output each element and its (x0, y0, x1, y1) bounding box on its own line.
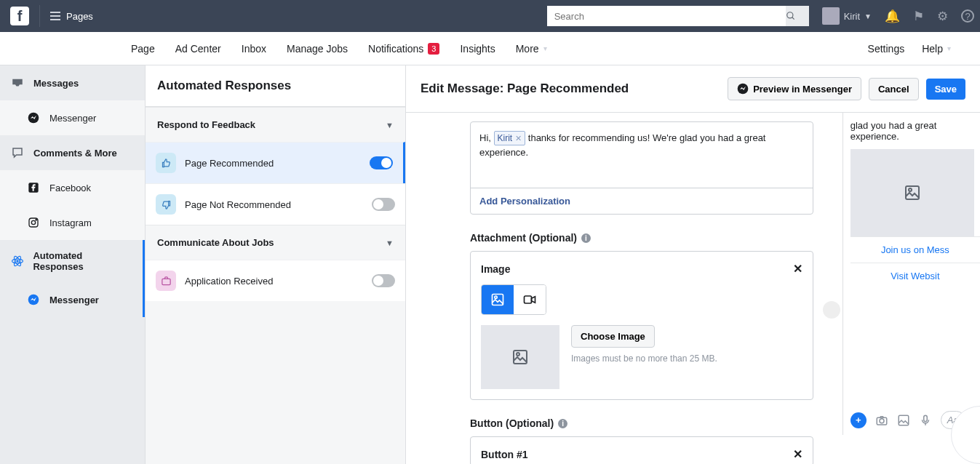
avatar (822, 7, 840, 25)
ar-label: Application Received (185, 276, 363, 287)
automated-responses-panel: Automated Responses Respond to Feedback … (146, 65, 406, 464)
global-search (547, 6, 809, 26)
toggle-page-recommended[interactable] (370, 156, 393, 169)
message-text[interactable]: Hi, Kirit✕ thanks for recommending us! W… (471, 122, 813, 188)
close-icon[interactable]: ✕ (793, 447, 802, 461)
editor-header: Edit Message: Page Recommended Preview i… (406, 65, 980, 113)
thumbs-up-icon (156, 153, 176, 173)
topbar-icons: 🔔 ⚑ ⚙ ? (885, 9, 974, 24)
close-icon[interactable]: ✕ (793, 262, 802, 276)
sidebar-item-automated[interactable]: Automated Responses (0, 240, 145, 282)
bell-icon[interactable]: 🔔 (885, 9, 900, 24)
atom-icon (10, 254, 24, 268)
editor-panel: Edit Message: Page Recommended Preview i… (406, 65, 980, 464)
image-icon (904, 184, 921, 201)
preview-cta-2[interactable]: Visit Websit (850, 263, 980, 289)
pages-link[interactable]: Pages (44, 11, 99, 22)
gear-icon[interactable]: ⚙ (937, 9, 948, 24)
sidebar-item-messenger-automated[interactable]: Messenger (0, 282, 145, 317)
username: Kirit (844, 11, 860, 22)
token-label: Kirit (498, 132, 513, 145)
svg-point-6 (36, 220, 36, 220)
instagram-icon (26, 215, 41, 230)
toggle-application-received[interactable] (372, 274, 395, 287)
sidebar-item-messages[interactable]: Messages (0, 65, 145, 100)
svg-point-10 (17, 260, 18, 262)
tab-help[interactable]: Help ▾ (922, 43, 951, 55)
chevron-down-icon: ▾ (543, 44, 547, 52)
ar-item-application-received[interactable]: Application Received (146, 260, 405, 301)
composer-plus-icon[interactable]: + (850, 412, 867, 428)
sidebar-label: Comments & More (33, 148, 117, 159)
search-icon (786, 11, 796, 21)
chevron-down-icon: ▼ (386, 121, 394, 129)
preview-image-placeholder (850, 149, 974, 236)
camera-icon[interactable] (875, 414, 888, 427)
tab-settings[interactable]: Settings (868, 43, 905, 55)
messenger-icon (26, 292, 41, 307)
tab-help-label: Help (922, 43, 943, 55)
svg-rect-12 (162, 279, 170, 284)
token-remove-icon[interactable]: ✕ (515, 132, 522, 145)
video-icon (522, 292, 537, 307)
comment-icon (10, 145, 25, 160)
inbox-sidebar: Messages Messenger Comments & More Faceb… (0, 65, 146, 464)
tab-managejobs[interactable]: Manage Jobs (287, 43, 348, 55)
topbar: f Pages Kirit ▼ 🔔 ⚑ ⚙ ? (0, 0, 980, 32)
cancel-button[interactable]: Cancel (869, 78, 919, 100)
choose-image-button[interactable]: Choose Image (571, 325, 655, 348)
user-menu[interactable]: Kirit ▼ (822, 7, 872, 25)
notifications-badge: 3 (428, 43, 439, 55)
button-label-text: Button (Optional) (470, 417, 554, 429)
sidebar-label: Instagram (49, 217, 92, 228)
search-button[interactable] (786, 6, 809, 26)
tab-notifications[interactable]: Notifications3 (368, 43, 439, 55)
sidebar-item-instagram[interactable]: Instagram (0, 205, 145, 240)
sidebar-label: Automated Responses (33, 250, 132, 272)
chevron-down-icon: ▾ (947, 44, 951, 52)
image-icon[interactable] (897, 414, 910, 427)
mic-icon[interactable] (919, 414, 932, 427)
image-size-hint: Images must be no more than 25 MB. (571, 353, 717, 364)
sidebar-item-messenger[interactable]: Messenger (0, 100, 145, 135)
media-tab-image[interactable] (482, 285, 514, 314)
ar-item-page-not-recommended[interactable]: Page Not Recommended (146, 183, 405, 225)
save-button[interactable]: Save (926, 79, 965, 100)
tab-inbox[interactable]: Inbox (242, 43, 266, 55)
panel-title: Automated Responses (146, 65, 405, 107)
personalization-token[interactable]: Kirit✕ (494, 131, 526, 145)
svg-point-15 (495, 296, 497, 298)
button-section-label: Button (Optional) i (470, 417, 813, 429)
info-icon[interactable]: i (581, 233, 591, 243)
section-feedback[interactable]: Respond to Feedback ▼ (146, 107, 405, 142)
hamburger-icon (50, 12, 60, 20)
add-personalization-link[interactable]: Add Personalization (471, 188, 813, 214)
facebook-icon (26, 180, 41, 195)
preview-page-avatar (823, 301, 840, 319)
svg-line-1 (792, 17, 794, 20)
briefcase-icon (156, 271, 176, 291)
sidebar-item-facebook[interactable]: Facebook (0, 170, 145, 205)
sidebar-fill (0, 317, 145, 464)
tab-page[interactable]: Page (131, 43, 155, 55)
ar-item-page-recommended[interactable]: Page Recommended (146, 142, 405, 183)
attachment-label-text: Attachment (Optional) (470, 232, 577, 244)
help-icon[interactable]: ? (961, 9, 974, 23)
tab-insights[interactable]: Insights (460, 43, 495, 55)
svg-rect-19 (906, 186, 919, 199)
preview-in-messenger-button[interactable]: Preview in Messenger (728, 77, 861, 100)
preview-cta-1[interactable]: Join us on Mess (850, 236, 980, 263)
image-icon (511, 348, 529, 366)
sidebar-item-comments[interactable]: Comments & More (0, 135, 145, 170)
search-input[interactable] (547, 6, 786, 26)
toggle-page-not-recommended[interactable] (372, 198, 395, 211)
sidebar-label: Messenger (49, 113, 96, 124)
media-tab-video[interactable] (514, 285, 546, 314)
tab-adcenter[interactable]: Ad Center (175, 43, 221, 55)
tab-more[interactable]: More ▾ (516, 43, 547, 55)
preview-message-tail: glad you had a great experience. (850, 120, 980, 142)
flag-icon[interactable]: ⚑ (913, 9, 924, 24)
section-jobs[interactable]: Communicate About Jobs ▼ (146, 225, 405, 260)
facebook-logo[interactable]: f (10, 7, 29, 25)
info-icon[interactable]: i (558, 419, 567, 428)
